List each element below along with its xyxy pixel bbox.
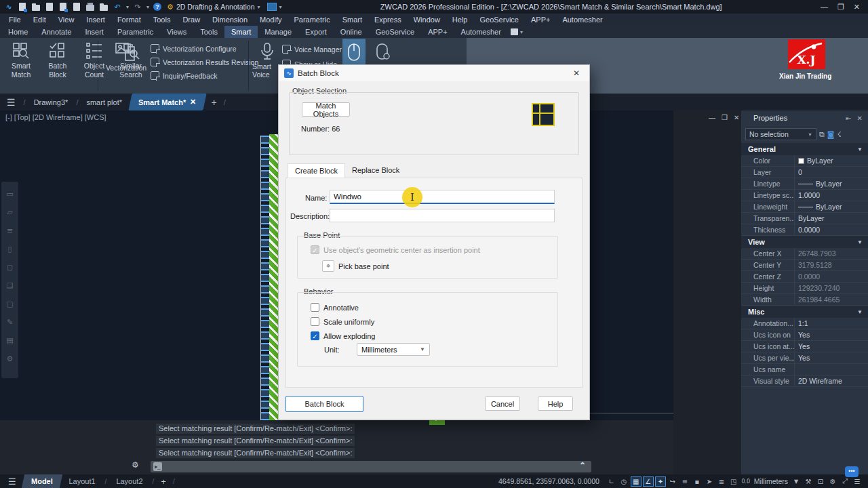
- otrack-icon[interactable]: ↪: [667, 476, 678, 487]
- section-general[interactable]: General ▼: [741, 143, 868, 155]
- ribbon-tab-smart[interactable]: Smart: [224, 26, 258, 38]
- menu-dimension[interactable]: Dimension: [206, 16, 254, 24]
- tab-replace-block[interactable]: Replace Block: [345, 163, 406, 178]
- prop-row-linetype-scale[interactable]: Linetype sc... 1.0000: [741, 190, 868, 201]
- maximize-button[interactable]: ❐: [837, 3, 844, 12]
- voice-manager-button[interactable]: Voice Manager: [282, 45, 342, 54]
- status-menu-icon[interactable]: ☰: [852, 476, 863, 487]
- prop-row-center-x[interactable]: Center X 26748.7903: [741, 248, 868, 260]
- tab-smart-plot[interactable]: smart plot*: [78, 94, 130, 110]
- toolbar-icon[interactable]: ≡: [7, 226, 13, 235]
- prop-row-transparency[interactable]: Transparen... ByLayer: [741, 213, 868, 224]
- dialog-close-icon[interactable]: ✕: [569, 68, 584, 78]
- toolbar-icon[interactable]: ▤: [6, 336, 13, 345]
- tab-smart-match[interactable]: Smart Match* ✕: [128, 94, 206, 110]
- isodraft-icon[interactable]: ◷: [618, 476, 629, 487]
- ribbon-tab-app-plus[interactable]: APP+: [421, 26, 454, 38]
- menu-geoservice[interactable]: GeoService: [473, 16, 524, 24]
- toolbar-icon[interactable]: ▢: [6, 300, 13, 308]
- cancel-button[interactable]: Cancel: [485, 396, 520, 411]
- menu-insert[interactable]: Insert: [80, 16, 111, 24]
- preview-icon[interactable]: [99, 3, 108, 12]
- ribbon-tab-annotate[interactable]: Annotate: [35, 26, 78, 38]
- section-view[interactable]: View ▼: [741, 236, 868, 248]
- tab-close-icon[interactable]: ✕: [190, 98, 196, 106]
- menu-parametric[interactable]: Parametric: [288, 16, 336, 24]
- smart-match-button[interactable]: Smart Match: [3, 38, 39, 94]
- toolbar-icon[interactable]: ▭: [6, 190, 13, 199]
- doc-minimize-button[interactable]: —: [709, 114, 715, 121]
- prop-row-thickness[interactable]: Thickness 0.0000: [741, 224, 868, 236]
- tab-drawing3[interactable]: Drawing3*: [26, 94, 77, 110]
- mouse-settings-button[interactable]: [342, 39, 366, 66]
- minimize-button[interactable]: —: [821, 3, 828, 12]
- selected-window-blocks[interactable]: [260, 136, 269, 427]
- ribbon-tab-parametric[interactable]: Parametric: [111, 26, 160, 38]
- menu-automesher[interactable]: Automesher: [556, 16, 608, 24]
- prop-row-height[interactable]: Height 129230.7240: [741, 283, 868, 294]
- tab-model[interactable]: Model: [22, 474, 62, 488]
- polar-toggle-icon[interactable]: ∠: [643, 476, 654, 487]
- prop-row-center-z[interactable]: Center Z 0.0000: [741, 271, 868, 283]
- geometric-center-checkbox[interactable]: ✓: [311, 245, 319, 254]
- print-icon[interactable]: [85, 3, 95, 12]
- undo-dropdown-icon[interactable]: ▾: [126, 4, 129, 10]
- help-icon[interactable]: ?: [153, 3, 161, 11]
- ribbon-tab-insert[interactable]: Insert: [78, 26, 111, 38]
- prop-row-ucs-per-view[interactable]: Ucs per vie... Yes: [741, 352, 868, 364]
- toolbar-icon[interactable]: ✎: [7, 318, 13, 327]
- dock-icon[interactable]: ⇤: [846, 115, 851, 122]
- ribbon-tab-tools[interactable]: Tools: [193, 26, 224, 38]
- pick-base-point-icon[interactable]: ⌖: [322, 260, 334, 272]
- ribbon-tab-export[interactable]: Export: [298, 26, 334, 38]
- ribbon-display-icon[interactable]: [511, 28, 518, 35]
- prop-row-ucs-icon-on[interactable]: Ucs icon on Yes: [741, 329, 868, 341]
- toolbar-icon[interactable]: ▯: [7, 245, 12, 253]
- toolbox-icon[interactable]: [267, 3, 277, 11]
- toolbar-gear-icon[interactable]: ⚙: [7, 354, 14, 363]
- dialog-title-bar[interactable]: ∿ Batch Block ✕: [279, 65, 589, 81]
- new-tab-button[interactable]: +: [205, 97, 224, 108]
- prop-row-visual-style[interactable]: Visual style 2D Wireframe: [741, 375, 868, 387]
- menu-smart[interactable]: Smart: [336, 16, 368, 24]
- annotation-scale-icon[interactable]: ≣: [716, 476, 727, 487]
- vectorization-results-revision-button[interactable]: Vectorization Results Revision: [151, 58, 258, 66]
- prop-row-ucs-name[interactable]: Ucs name: [741, 364, 868, 375]
- batch-block-button[interactable]: Batch Block: [285, 396, 363, 412]
- ribbon-tab-home[interactable]: Home: [1, 26, 35, 38]
- menu-express[interactable]: Express: [368, 16, 408, 24]
- menu-help[interactable]: Help: [446, 16, 474, 24]
- isolate-objects-icon[interactable]: ⊡: [815, 476, 826, 487]
- pick-base-point-label[interactable]: Pick base point: [338, 262, 389, 270]
- settings-gear-icon[interactable]: ⚙: [827, 476, 838, 487]
- command-settings-gear-icon[interactable]: ⚙: [132, 460, 139, 470]
- tab-create-block[interactable]: Create Block: [288, 163, 345, 178]
- menu-file[interactable]: File: [3, 16, 27, 24]
- doc-restore-button[interactable]: ❐: [722, 114, 728, 121]
- ucs-icon[interactable]: ∟: [606, 476, 617, 487]
- ribbon-display-caret-icon[interactable]: ▾: [520, 29, 523, 35]
- prop-row-ucs-icon-at[interactable]: Ucs icon at... Yes: [741, 341, 868, 352]
- redo-icon[interactable]: ↷: [133, 3, 142, 12]
- close-button[interactable]: ✕: [854, 3, 860, 12]
- redo-dropdown-icon[interactable]: ▾: [146, 4, 149, 10]
- match-objects-button[interactable]: Match Objects: [302, 102, 350, 117]
- command-expand-icon[interactable]: ⌃: [579, 461, 586, 470]
- new-file-icon[interactable]: [18, 3, 27, 12]
- selection-dropdown[interactable]: No selection ▼: [745, 128, 816, 140]
- panel-close-icon[interactable]: ✕: [857, 115, 863, 122]
- mouse-config-button[interactable]: [372, 39, 395, 66]
- transparency-toggle-icon[interactable]: ▪: [692, 476, 703, 487]
- tab-layout2[interactable]: Layout2: [108, 474, 151, 488]
- ribbon-tab-geoservice[interactable]: GeoService: [369, 26, 421, 38]
- prop-row-color[interactable]: Color ByLayer: [741, 155, 868, 167]
- unit-select[interactable]: Millimeters ▼: [357, 343, 430, 356]
- snap-toggle-icon[interactable]: ▦: [631, 476, 642, 487]
- units-display-icon[interactable]: 0.0: [741, 476, 751, 487]
- menu-view[interactable]: View: [52, 16, 81, 24]
- section-misc[interactable]: Misc ▼: [741, 306, 868, 318]
- workspace-switch-icon[interactable]: ◳: [728, 476, 739, 487]
- selection-cycling-icon[interactable]: ➤: [704, 476, 715, 487]
- doc-close-button[interactable]: ✕: [734, 114, 739, 121]
- vectorization-configure-button[interactable]: Vectorization Configure: [151, 44, 258, 53]
